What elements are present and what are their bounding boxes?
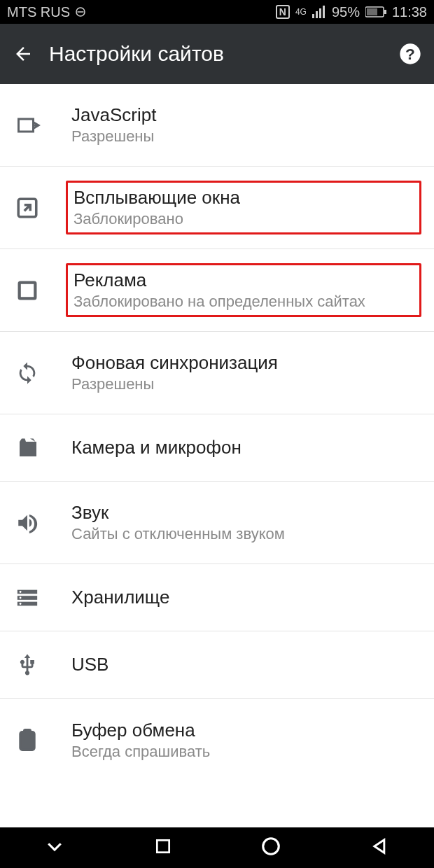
setting-title: Всплывающие окна [74,187,414,209]
page-title: Настройки сайтов [41,42,393,66]
setting-subtitle: Разрешены [71,127,421,146]
setting-subtitle: Заблокировано на определенных сайтах [74,293,414,311]
clock: 11:38 [392,4,427,20]
nav-menu-button[interactable] [44,836,65,860]
chevron-down-icon [44,836,65,857]
setting-javascript[interactable]: JavaScript Разрешены [0,84,434,167]
setting-title: Хранилище [71,587,421,608]
svg-rect-3 [316,11,318,18]
triangle-back-icon [370,836,390,856]
app-header: Настройки сайтов ? [0,24,434,84]
carrier-label: MTS RUS [7,4,70,20]
battery-percent: 95% [332,4,360,20]
dnd-icon [74,6,87,18]
square-icon [154,837,172,855]
highlight-ads: Реклама Заблокировано на определенных са… [66,263,421,317]
setting-sound[interactable]: Звук Сайты с отключенным звуком [0,482,434,564]
svg-rect-7 [367,8,377,15]
signal-icon [312,6,326,18]
svg-point-22 [263,839,279,855]
svg-marker-23 [374,840,384,853]
svg-rect-5 [323,6,325,18]
svg-rect-12 [20,282,36,298]
nav-home-button[interactable] [260,836,281,860]
setting-title: Звук [71,502,421,524]
setting-title: Камера и микрофон [71,437,421,458]
nav-back-button[interactable] [370,836,390,859]
circle-icon [260,836,281,857]
sync-icon [15,361,55,385]
setting-subtitle: Разрешены [71,375,421,393]
setting-subtitle: Заблокировано [74,210,414,228]
javascript-icon [15,113,55,138]
svg-rect-8 [384,10,386,14]
setting-storage[interactable]: Хранилище [0,564,434,631]
usb-icon [15,653,55,677]
ads-icon [15,279,55,302]
svg-text:?: ? [405,45,415,63]
setting-ads[interactable]: Реклама Заблокировано на определенных са… [0,249,434,332]
storage-icon [15,586,55,610]
svg-rect-4 [319,8,321,18]
back-button[interactable] [13,43,41,64]
nav-recents-button[interactable] [154,837,172,858]
setting-title: Фоновая синхронизация [71,352,421,374]
settings-list: JavaScript Разрешены Всплывающие окна За… [0,84,434,781]
setting-clipboard[interactable]: Буфер обмена Всегда спрашивать [0,699,434,781]
camera-icon [15,435,55,461]
clipboard-icon [15,728,55,752]
setting-camera-mic[interactable]: Камера и микрофон [0,414,434,482]
svg-point-17 [20,596,22,598]
setting-background-sync[interactable]: Фоновая синхронизация Разрешены [0,332,434,414]
highlight-popups: Всплывающие окна Заблокировано [66,181,421,234]
arrow-back-icon [13,43,34,64]
setting-title: USB [71,654,421,676]
svg-point-16 [20,591,22,593]
status-bar: MTS RUS N 4G 95% 11:38 [0,0,434,24]
system-navbar [0,827,434,868]
help-icon: ? [399,43,421,65]
network-type: 4G [295,8,307,15]
nfc-icon: N [276,5,290,19]
sound-icon [15,511,55,535]
svg-rect-20 [24,730,31,734]
help-button[interactable]: ? [393,43,421,65]
setting-subtitle: Сайты с отключенным звуком [71,525,421,543]
svg-point-18 [20,603,22,605]
setting-title: Реклама [74,270,414,291]
setting-popups[interactable]: Всплывающие окна Заблокировано [0,167,434,249]
battery-icon [365,6,386,18]
svg-rect-2 [312,14,314,18]
setting-title: Буфер обмена [71,720,421,741]
popup-icon [15,196,55,220]
setting-subtitle: Всегда спрашивать [71,743,421,761]
svg-rect-21 [157,840,169,852]
setting-usb[interactable]: USB [0,631,434,699]
setting-title: JavaScript [71,104,421,126]
